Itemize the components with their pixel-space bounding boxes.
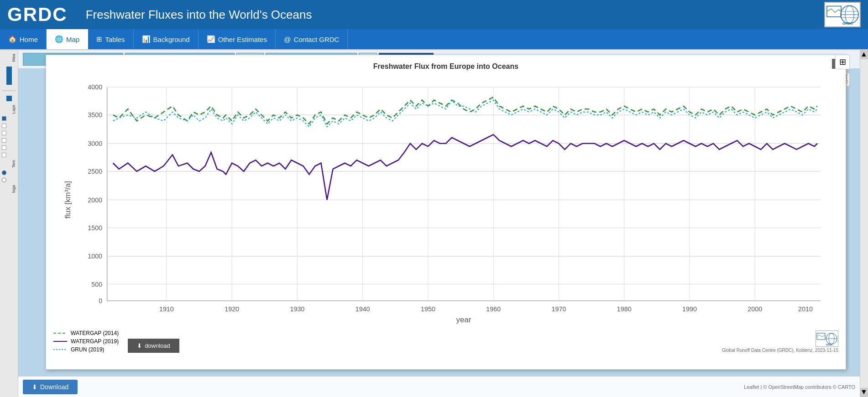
header: GRDC Freshwater Fluxes into the World's …: [0, 0, 868, 29]
table-icon: ⊞: [96, 35, 102, 43]
svg-text:1970: 1970: [552, 305, 566, 313]
chart-title: Freshwater Flux from Europe into Oceans: [53, 62, 838, 71]
sidebar: Mea Laye Tem loga: [0, 50, 18, 397]
chart-download-label: download: [145, 342, 170, 349]
svg-text:1990: 1990: [682, 305, 697, 313]
svg-text:GRDC: GRDC: [826, 343, 833, 346]
svg-text:flux [km³/a]: flux [km³/a]: [63, 181, 72, 219]
chart-grdc-logo: GRDC Global Runoff Data Centre (GRDC), K…: [722, 330, 838, 353]
svg-text:2000: 2000: [748, 305, 762, 313]
nav-background[interactable]: 📊 Background: [134, 29, 199, 49]
nav-tables-label: Tables: [105, 36, 125, 43]
globe-icon: 🌐: [55, 35, 63, 43]
legend-label-grun-2019: GRUN (2019): [71, 346, 104, 353]
svg-text:0: 0: [99, 297, 102, 304]
svg-text:1960: 1960: [486, 305, 501, 313]
chart-legend: WATERGAP (2014) WATERGAP (2019) GRUN (20…: [53, 330, 119, 353]
layers-button[interactable]: ⊞: [835, 55, 850, 69]
svg-text:1000: 1000: [88, 253, 102, 260]
legend-watergap-2014: WATERGAP (2014): [53, 330, 119, 336]
scroll-track: [860, 59, 868, 388]
nav-map-label: Map: [66, 36, 79, 43]
svg-text:1940: 1940: [356, 305, 370, 313]
map-download-label: Download: [40, 383, 68, 391]
chart-footer: WATERGAP (2014) WATERGAP (2019) GRUN (20…: [53, 326, 838, 353]
svg-text:500: 500: [91, 281, 102, 288]
nav-home-label: Home: [20, 36, 38, 43]
legend-watergap-2019: WATERGAP (2019): [53, 338, 119, 345]
bar-chart-icon-bg: 📊: [142, 35, 151, 43]
nav-contact-label: Contact GRDC: [293, 36, 339, 43]
svg-text:1930: 1930: [290, 305, 304, 313]
page-title: Freshwater Fluxes into the World's Ocean…: [86, 8, 824, 22]
download-bottom-icon: ⬇: [32, 383, 37, 391]
svg-text:1500: 1500: [88, 224, 102, 232]
legend-line-watergap-2019: [53, 341, 67, 342]
nav-tables[interactable]: ⊞ Tables: [88, 29, 133, 49]
nav-home[interactable]: 🏠 Home: [0, 29, 47, 49]
legend-label-watergap-2014: WATERGAP (2014): [71, 330, 119, 336]
chart-bottom-left: WATERGAP (2014) WATERGAP (2019) GRUN (20…: [53, 326, 179, 353]
nav-other-estimates[interactable]: 📈 Other Estimates: [199, 29, 276, 49]
site-logo: GRDC: [7, 4, 68, 26]
legend-line-grun-2019: [53, 349, 67, 350]
download-icon: ⬇: [137, 342, 142, 349]
map-area[interactable]: ⊞ km³/a ✕ Freshwater Flux from Europe in…: [18, 50, 860, 397]
chart-footer-text: Global Runoff Data Centre (GRDC), Koblen…: [722, 348, 838, 353]
nav-map[interactable]: 🌐 Map: [47, 29, 88, 49]
grdc-logo-image: GRDC: [824, 2, 861, 27]
map-download-button[interactable]: ⬇ Download: [23, 380, 78, 394]
scroll-down[interactable]: ▼: [860, 388, 868, 397]
svg-text:2500: 2500: [88, 168, 102, 175]
scroll-up[interactable]: ▲: [860, 50, 868, 59]
chart-area: flux [km³/a] 4000 3500 3000: [53, 75, 838, 325]
svg-text:1980: 1980: [617, 305, 632, 313]
map-attribution: Leaflet | © OpenStreetMap contributors ©…: [744, 384, 855, 390]
legend-line-watergap-2014: [53, 333, 67, 334]
right-panel: ▲ ▼: [860, 50, 868, 397]
nav-background-label: Background: [153, 36, 190, 43]
navigation: 🏠 Home 🌐 Map ⊞ Tables 📊 Background 📈 Oth…: [0, 29, 868, 50]
svg-text:2000: 2000: [88, 196, 102, 204]
nav-other-estimates-label: Other Estimates: [218, 36, 267, 43]
grun-2019-line: [113, 100, 817, 127]
nav-contact[interactable]: @ Contact GRDC: [276, 29, 348, 49]
watergap-2019-line: [113, 134, 817, 200]
legend-grun-2019: GRUN (2019): [53, 346, 119, 353]
sidebar-layers-label: Laye: [2, 105, 16, 114]
at-icon: @: [284, 36, 291, 43]
bar-chart-icon-oe: 📈: [207, 35, 215, 43]
sidebar-log-label: loga: [2, 185, 16, 193]
svg-text:4000: 4000: [88, 83, 102, 91]
svg-text:3500: 3500: [88, 111, 102, 119]
svg-text:GRDC: GRDC: [842, 21, 853, 26]
svg-text:year: year: [456, 315, 471, 324]
home-icon: 🏠: [8, 35, 17, 43]
grdc-small-logo-img: GRDC: [816, 330, 838, 347]
bottom-bar: ⬇ Download Leaflet | © OpenStreetMap con…: [18, 376, 860, 397]
layers-icon: ⊞: [839, 57, 846, 67]
main-content: Mea Laye Tem loga: [0, 50, 868, 397]
chart-download-button[interactable]: ⬇ download: [128, 339, 179, 353]
svg-text:1910: 1910: [159, 305, 174, 313]
svg-text:3000: 3000: [88, 140, 102, 147]
watergap-2014-line: [113, 97, 817, 124]
svg-text:1950: 1950: [421, 305, 435, 313]
sidebar-measure-label: Mea: [2, 54, 16, 62]
legend-label-watergap-2019: WATERGAP (2019): [71, 338, 119, 345]
grdc-logo-box: GRDC: [722, 330, 838, 347]
svg-text:2010: 2010: [798, 305, 813, 313]
svg-text:1920: 1920: [225, 305, 239, 313]
sidebar-temp-label: Tem: [2, 160, 16, 168]
chart-svg: flux [km³/a] 4000 3500 3000: [53, 75, 838, 325]
chart-popup: ✕ Freshwater Flux from Europe into Ocean…: [46, 55, 846, 370]
